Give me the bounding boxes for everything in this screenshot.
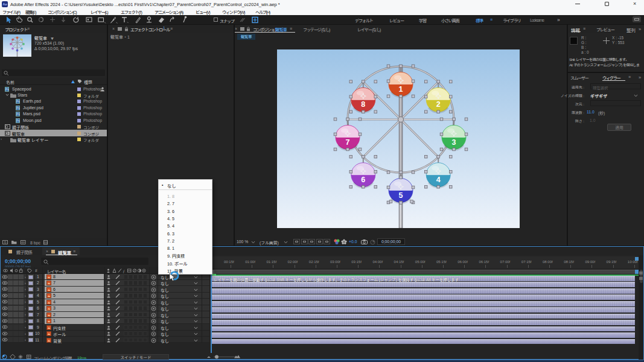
svg-text:6: 6	[361, 176, 365, 184]
svg-text:f: f	[123, 269, 125, 274]
svg-text:8: 8	[361, 100, 365, 109]
svg-text:7: 7	[346, 138, 350, 147]
svg-text:2: 2	[436, 100, 441, 109]
svg-text:3: 3	[452, 138, 456, 147]
svg-text:4: 4	[436, 176, 441, 184]
svg-text:1: 1	[399, 85, 403, 94]
svg-text:8 bpc: 8 bpc	[30, 241, 41, 246]
svg-text:5: 5	[399, 191, 403, 200]
